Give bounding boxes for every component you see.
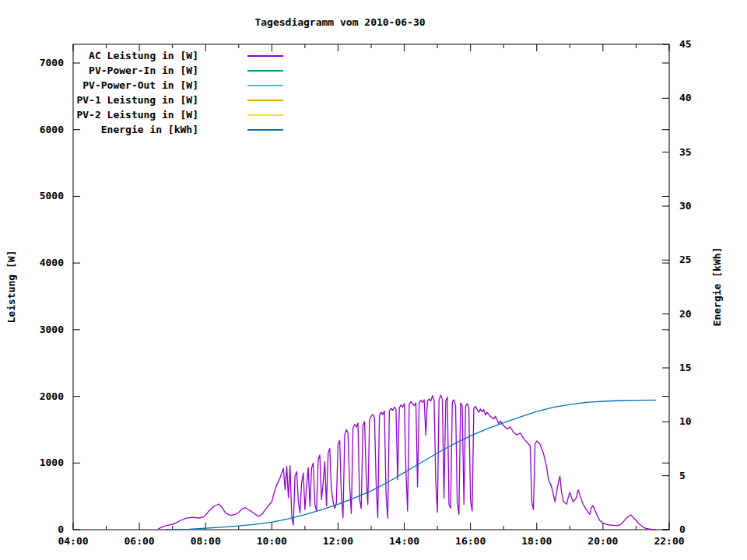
y-left-tick-label: 2000 <box>40 390 64 402</box>
y-left-tick-label: 3000 <box>40 324 64 335</box>
y-right-tick-label: 15 <box>679 362 692 373</box>
x-tick-label: 18:00 <box>521 535 552 547</box>
x-tick-label: 08:00 <box>191 535 221 547</box>
series-line-energie-in-kwh <box>166 400 656 530</box>
x-tick-label: 04:00 <box>58 535 88 547</box>
y-right-tick-label: 40 <box>679 92 692 103</box>
chart-canvas: Tagesdiagramm vom 2010-06-30 Leistung [W… <box>0 0 747 560</box>
y-left-tick-label: 0 <box>58 523 64 535</box>
y-left-tick-label: 7000 <box>40 57 64 68</box>
x-tick-label: 16:00 <box>455 535 486 547</box>
y-left-tick-label: 4000 <box>40 257 64 268</box>
y-right-tick-label: 35 <box>679 146 692 158</box>
y-right-tick-label: 20 <box>679 308 692 320</box>
legend-label: PV-2 Leistung in [W] <box>76 109 198 121</box>
legend-label: AC Leistung in [W] <box>89 50 198 61</box>
x-tick-label: 12:00 <box>323 535 353 547</box>
legend-label: PV-Power-In in [W] <box>89 65 198 76</box>
y-right-tick-label: 25 <box>679 254 692 265</box>
x-tick-label: 14:00 <box>389 535 419 547</box>
x-tick-label: 20:00 <box>587 535 618 547</box>
legend-label: PV-1 Leistung in [W] <box>76 94 198 106</box>
y-right-tick-label: 30 <box>679 200 692 212</box>
y-right-tick-label: 5 <box>679 470 686 481</box>
x-tick-label: 06:00 <box>124 535 155 547</box>
y-left-tick-label: 1000 <box>40 457 64 468</box>
series-line-ac-leistung-in-w <box>158 395 657 530</box>
y-right-tick-label: 45 <box>679 38 692 50</box>
x-tick-label: 10:00 <box>257 535 287 547</box>
y-right-tick-label: 0 <box>679 523 686 535</box>
y-left-tick-label: 6000 <box>40 124 64 135</box>
plot-area: 04:0006:0008:0010:0012:0014:0016:0018:00… <box>0 0 747 560</box>
x-tick-label: 22:00 <box>654 535 684 547</box>
y-right-tick-label: 10 <box>679 415 692 427</box>
legend-label: PV-Power-Out in [W] <box>82 79 198 91</box>
legend-label: Energie in [kWh] <box>101 124 198 135</box>
y-left-tick-label: 5000 <box>40 190 64 201</box>
